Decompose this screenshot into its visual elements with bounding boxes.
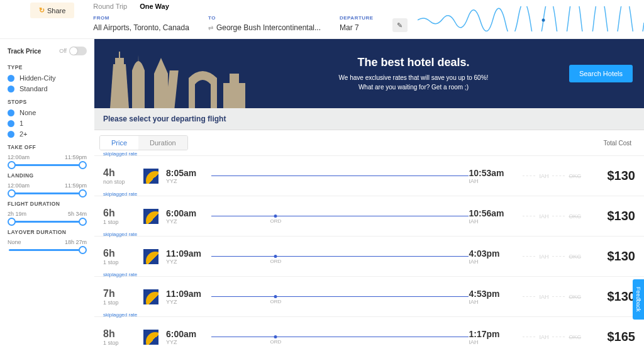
svg-rect-6 [223, 83, 245, 108]
feedback-button[interactable]: Feedback [633, 279, 644, 320]
svg-rect-2 [154, 74, 168, 108]
tab-one-way[interactable]: One Way [140, 3, 169, 10]
flight-price: $165 [585, 330, 635, 344]
track-price-toggle[interactable] [69, 47, 87, 55]
hotel-banner: The best hotel deals. We have exclusive … [94, 39, 644, 108]
flight-row[interactable]: skiplagged rate8h1 stop 6:00amYYZ ORD 1:… [94, 316, 644, 351]
flight-row[interactable]: skiplagged rate7h1 stop 11:09amYYZ ORD 4… [94, 276, 644, 316]
flight-price: $130 [585, 209, 635, 223]
filters-sidebar: Track Price Off TYPE Hidden-City Standar… [0, 39, 94, 351]
swap-icon[interactable]: ⇄ [208, 25, 213, 31]
filter-stops-head: STOPS [8, 99, 87, 105]
flight-price: $130 [585, 249, 635, 264]
airline-logo [143, 169, 158, 184]
sort-price-tab[interactable]: Price [100, 136, 138, 150]
flight-price: $130 [585, 289, 635, 304]
departure-input[interactable]: Mar 7 [340, 23, 374, 32]
filter-stops-none[interactable]: None [8, 109, 87, 116]
flight-price: $130 [585, 169, 635, 183]
results-panel: The best hotel deals. We have exclusive … [94, 39, 644, 351]
takeoff-slider[interactable] [9, 164, 86, 166]
search-header: Share Round Trip One Way FROM All Airpor… [0, 0, 644, 39]
filter-hidden-city[interactable]: Hidden-City [8, 74, 87, 82]
filter-type-head: TYPE [8, 64, 87, 70]
flight-row[interactable]: skiplagged rate6h1 stop 6:00amYYZ ORD 10… [94, 196, 644, 236]
duration-slider[interactable] [9, 221, 86, 223]
from-input[interactable]: All Airports, Toronto, Canada [93, 23, 189, 32]
to-input[interactable]: ⇄George Bush Intercontinental... [208, 23, 321, 32]
landing-slider[interactable] [9, 192, 86, 194]
edit-search-button[interactable]: ✎ [392, 18, 408, 32]
filter-stops-2plus[interactable]: 2+ [8, 130, 87, 138]
to-label: TO [208, 15, 321, 21]
airline-logo [143, 209, 158, 224]
banner-title: The best hotel deals. [264, 56, 563, 69]
filter-stops-1[interactable]: 1 [8, 120, 87, 127]
track-price-label: Track Price [8, 48, 41, 55]
departure-label: DEPARTURE [340, 15, 374, 21]
skyline-art [94, 39, 258, 108]
flight-row[interactable]: skiplagged rate4hnon stop 8:05amYYZ 10:5… [94, 155, 644, 196]
layover-slider[interactable] [9, 249, 86, 251]
search-hotels-button[interactable]: Search Hotels [569, 65, 633, 82]
svg-rect-5 [195, 84, 211, 108]
total-cost-label: Total Cost [604, 140, 631, 147]
filter-standard[interactable]: Standard [8, 85, 87, 92]
share-button[interactable]: Share [30, 3, 74, 18]
results-heading: Please select your departing flight [94, 108, 644, 130]
banner-line1: We have exclusive rates that will save y… [264, 73, 563, 82]
tab-round-trip[interactable]: Round Trip [93, 3, 127, 10]
banner-line2: What are you waiting for? Get a room ;) [264, 82, 563, 92]
airline-logo [143, 289, 158, 304]
sort-duration-tab[interactable]: Duration [138, 136, 187, 150]
airline-logo [143, 249, 158, 264]
from-label: FROM [93, 15, 189, 21]
svg-point-0 [542, 19, 545, 22]
flight-row[interactable]: skiplagged rate6h1 stop 11:09amYYZ ORD 4… [94, 236, 644, 276]
price-sparkline [418, 6, 644, 31]
airline-logo [143, 330, 158, 345]
svg-rect-7 [230, 74, 239, 85]
